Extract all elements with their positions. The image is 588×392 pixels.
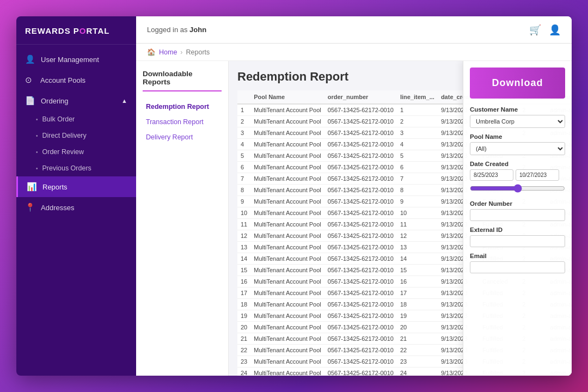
- table-cell: MultiTenant Account Pool: [250, 150, 324, 162]
- table-cell: MultiTenant Account Pool: [250, 139, 324, 150]
- col-line-item: line_item_...: [397, 90, 438, 104]
- app-container: REWARDS PORTAL 👤 User Management ⊙ Accou…: [16, 16, 572, 376]
- table-cell: MultiTenant Account Pool: [250, 310, 324, 322]
- report-nav-redemption[interactable]: Redemption Report: [143, 99, 222, 114]
- table-cell: MultiTenant Account Pool: [250, 173, 324, 185]
- sidebar-item-ordering[interactable]: 📄 Ordering ▲: [16, 90, 136, 111]
- table-cell: 11: [397, 219, 438, 230]
- date-slider[interactable]: [470, 184, 565, 193]
- table-cell: 0567-13425-62172-0010: [324, 116, 397, 127]
- addresses-icon: 📍: [25, 203, 35, 212]
- external-id-input[interactable]: [470, 235, 565, 247]
- topbar-logged-in: Logged in as John: [147, 26, 206, 34]
- col-pool-name: Pool Name: [250, 90, 324, 104]
- table-cell: MultiTenant Account Pool: [250, 276, 324, 287]
- external-id-label: External ID: [470, 226, 565, 233]
- customer-name-label: Customer Name: [470, 106, 565, 113]
- table-cell: 13: [397, 242, 438, 253]
- table-cell: 0567-13425-62172-0010: [324, 367, 397, 376]
- main-content: Logged in as John 🛒 👤 🏠 Home › Reports D…: [136, 16, 572, 376]
- report-nav-delivery[interactable]: Delivery Report: [143, 130, 222, 145]
- date-range-row: [470, 169, 565, 181]
- download-panel: Download Customer Name Umbrella Corp Poo…: [463, 61, 572, 376]
- email-input[interactable]: [470, 261, 565, 273]
- table-cell: 11: [237, 219, 250, 230]
- sidebar-logo: REWARDS PORTAL: [16, 16, 136, 45]
- email-label: Email: [470, 253, 565, 259]
- table-cell: 0567-13425-62172-0010: [324, 207, 397, 219]
- table-cell: 8: [237, 185, 250, 196]
- sidebar-item-direct-delivery[interactable]: Direct Delivery: [16, 127, 136, 144]
- sidebar-item-addresses[interactable]: 📍 Addresses: [16, 197, 136, 218]
- table-cell: 23: [237, 356, 250, 367]
- table-cell: 8: [397, 185, 438, 196]
- date-from-input[interactable]: [470, 169, 513, 181]
- breadcrumb-current: Reports: [186, 48, 210, 56]
- breadcrumb: 🏠 Home › Reports: [136, 44, 572, 61]
- table-cell: 21: [397, 333, 438, 345]
- table-cell: 0567-13425-62172-0010: [324, 127, 397, 139]
- table-cell: 20: [397, 322, 438, 333]
- table-cell: 24: [237, 367, 250, 376]
- table-cell: 0567-13425-62172-0010: [324, 333, 397, 345]
- breadcrumb-home-icon: 🏠: [147, 48, 156, 56]
- table-cell: 15: [237, 265, 250, 276]
- sidebar-item-order-review[interactable]: Order Review: [16, 144, 136, 160]
- sidebar-item-previous-orders[interactable]: Previous Orders: [16, 160, 136, 176]
- table-cell: 17: [397, 287, 438, 299]
- breadcrumb-home-link[interactable]: Home: [159, 48, 177, 56]
- report-nav: Downloadable Reports Redemption Report T…: [136, 61, 229, 376]
- table-cell: 10: [237, 207, 250, 219]
- sidebar-item-reports-label: Reports: [42, 183, 68, 191]
- topbar-right: 🛒 👤: [529, 24, 561, 36]
- download-button[interactable]: Download: [470, 68, 565, 99]
- table-cell: 14: [397, 253, 438, 265]
- table-cell: 0567-13425-62172-0010: [324, 230, 397, 242]
- table-cell: MultiTenant Account Pool: [250, 322, 324, 333]
- table-cell: 0567-13425-62172-0010: [324, 104, 397, 116]
- table-cell: MultiTenant Account Pool: [250, 196, 324, 207]
- table-cell: 0567-13425-62172-0010: [324, 276, 397, 287]
- topbar-username: John: [189, 26, 206, 34]
- cart-icon[interactable]: 🛒: [529, 24, 541, 36]
- col-order-number: order_number: [324, 90, 397, 104]
- table-cell: 0567-13425-62172-0010: [324, 185, 397, 196]
- pool-name-label: Pool Name: [470, 133, 565, 140]
- sidebar-item-user-management[interactable]: 👤 User Management: [16, 49, 136, 70]
- table-cell: 24: [397, 367, 438, 376]
- table-cell: 0567-13425-62172-0010: [324, 322, 397, 333]
- user-profile-icon[interactable]: 👤: [549, 24, 561, 36]
- table-cell: MultiTenant Account Pool: [250, 287, 324, 299]
- table-cell: 0567-13425-62172-0010: [324, 345, 397, 356]
- col-num: [237, 90, 250, 104]
- breadcrumb-separator: ›: [180, 48, 182, 56]
- table-cell: 5: [397, 150, 438, 162]
- sidebar-item-direct-delivery-label: Direct Delivery: [42, 132, 87, 139]
- table-cell: 22: [397, 345, 438, 356]
- report-nav-transaction[interactable]: Transaction Report: [143, 114, 222, 130]
- table-cell: 3: [237, 127, 250, 139]
- table-cell: 7: [237, 173, 250, 185]
- table-cell: 21: [237, 333, 250, 345]
- sidebar-item-reports[interactable]: 📊 Reports: [16, 176, 136, 197]
- customer-name-select[interactable]: Umbrella Corp: [470, 115, 565, 128]
- table-cell: 16: [237, 276, 250, 287]
- table-cell: MultiTenant Account Pool: [250, 265, 324, 276]
- date-created-label: Date Created: [470, 161, 565, 167]
- sidebar-item-account-pools[interactable]: ⊙ Account Pools: [16, 70, 136, 90]
- table-cell: 19: [397, 310, 438, 322]
- date-to-input[interactable]: [516, 169, 559, 181]
- sidebar-item-user-management-label: User Management: [41, 56, 99, 64]
- order-number-input[interactable]: [470, 209, 565, 221]
- table-cell: 7: [397, 173, 438, 185]
- table-cell: 0567-13425-62172-0010: [324, 162, 397, 173]
- table-cell: 0567-13425-62172-0010: [324, 287, 397, 299]
- table-cell: MultiTenant Account Pool: [250, 253, 324, 265]
- table-cell: 10: [397, 207, 438, 219]
- sidebar: REWARDS PORTAL 👤 User Management ⊙ Accou…: [16, 16, 136, 376]
- sidebar-item-bulk-order[interactable]: Bulk Order: [16, 111, 136, 127]
- pool-name-select[interactable]: (All): [470, 142, 565, 155]
- table-cell: 12: [237, 230, 250, 242]
- table-cell: 0567-13425-62172-0010: [324, 139, 397, 150]
- sidebar-item-ordering-label: Ordering: [41, 97, 69, 105]
